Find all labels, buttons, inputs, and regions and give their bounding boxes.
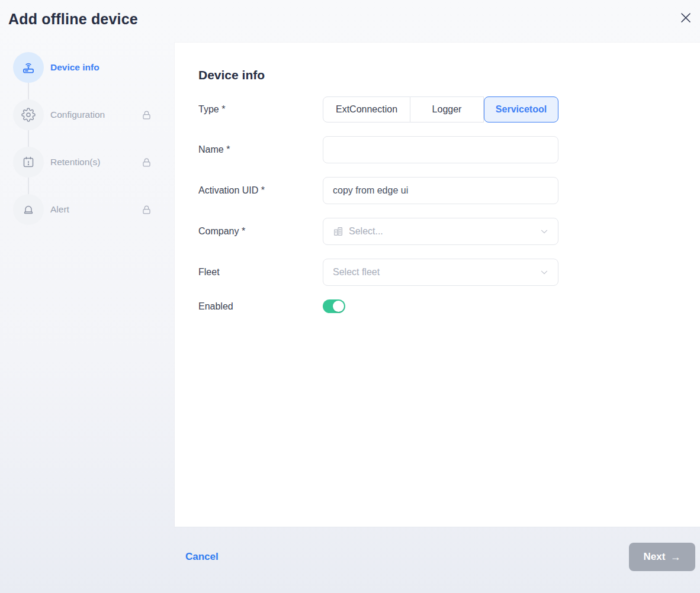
lock-icon: [141, 157, 152, 168]
type-option-servicetool[interactable]: Servicetool: [484, 96, 558, 123]
cancel-button[interactable]: Cancel: [185, 551, 219, 563]
step-connector: [28, 178, 29, 194]
wizard-steps-sidebar: Device info Configuration: [0, 43, 175, 593]
gear-icon: [13, 99, 44, 130]
step-connector: [28, 83, 29, 99]
fleet-row: Fleet Select fleet: [198, 259, 558, 286]
type-row: Type * ExtConnection Logger Servicetool: [198, 96, 558, 123]
building-icon: [333, 226, 343, 237]
close-button[interactable]: [677, 11, 694, 27]
step-configuration: Configuration: [13, 99, 175, 130]
step-connector: [28, 130, 29, 147]
panel-heading: Device info: [198, 68, 700, 82]
activation-uid-input[interactable]: [323, 177, 558, 204]
company-select[interactable]: Select...: [323, 218, 558, 245]
step-alert: Alert: [13, 194, 175, 225]
company-row: Company * Select...: [198, 218, 558, 245]
company-placeholder: Select...: [349, 226, 539, 237]
enabled-toggle[interactable]: [323, 299, 345, 313]
chevron-down-icon: [539, 226, 550, 237]
activation-uid-row: Activation UID *: [198, 177, 558, 204]
enabled-row: Enabled: [198, 299, 558, 313]
calendar-icon: [13, 147, 44, 178]
step-label: Device info: [50, 62, 175, 73]
activation-uid-label: Activation UID *: [198, 185, 323, 196]
modal-footer: Cancel Next →: [175, 527, 700, 593]
type-segment-group: ExtConnection Logger Servicetool: [323, 96, 558, 123]
next-button-label: Next: [644, 551, 666, 563]
company-label: Company *: [198, 226, 323, 237]
step-retentions: Retention(s): [13, 147, 175, 178]
lock-icon: [141, 109, 152, 121]
router-icon: [13, 52, 44, 83]
fleet-label: Fleet: [198, 267, 323, 278]
name-row: Name *: [198, 136, 558, 163]
alarm-icon: [13, 194, 44, 225]
step-device-info[interactable]: Device info: [13, 52, 175, 83]
type-option-logger[interactable]: Logger: [410, 96, 484, 123]
step-label: Alert: [50, 204, 141, 215]
lock-icon: [141, 204, 152, 215]
enabled-label: Enabled: [198, 301, 323, 312]
type-option-extconnection[interactable]: ExtConnection: [323, 96, 410, 123]
type-label: Type *: [198, 104, 323, 115]
x-icon: [679, 11, 692, 27]
name-input[interactable]: [323, 136, 558, 163]
fleet-placeholder: Select fleet: [333, 267, 539, 278]
name-label: Name *: [198, 144, 323, 155]
fleet-select[interactable]: Select fleet: [323, 259, 558, 286]
step-label: Retention(s): [50, 157, 141, 167]
step-label: Configuration: [50, 109, 141, 120]
modal-title: Add offline device: [8, 11, 138, 28]
toggle-knob: [333, 301, 344, 312]
device-info-panel: Device info Type * ExtConnection Logger …: [175, 43, 700, 527]
chevron-down-icon: [539, 267, 550, 278]
arrow-right-icon: →: [670, 551, 680, 563]
next-button[interactable]: Next →: [629, 543, 695, 571]
add-offline-device-modal: Add offline device: [0, 0, 700, 593]
